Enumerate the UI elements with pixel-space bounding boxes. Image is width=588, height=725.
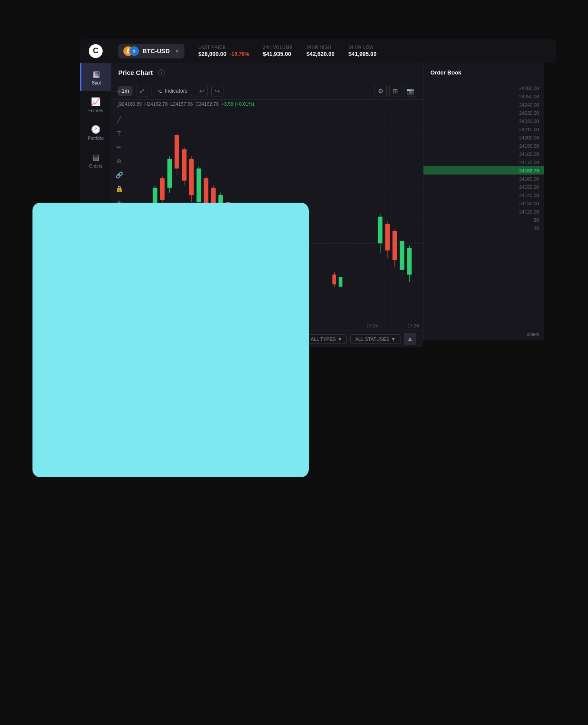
line-tool[interactable]: ╱ xyxy=(113,113,125,126)
high-value: $42,620.00 xyxy=(307,51,335,57)
indicators-button[interactable]: ⌥ Indicators xyxy=(152,86,192,96)
all-types-filter[interactable]: ALL TYPES ▼ xyxy=(306,334,347,344)
crosshair-tool[interactable]: ✛ xyxy=(113,86,125,98)
app-logo[interactable]: C xyxy=(89,44,103,58)
toolbar-right: ⚙ ⊞ 📷 xyxy=(375,85,416,97)
svg-rect-30 xyxy=(182,149,187,181)
all-statuses-label: ALL STATUSES xyxy=(355,337,389,342)
highlight-price-value: 24162.78 xyxy=(519,168,539,173)
text-tool[interactable]: T xyxy=(113,127,125,139)
all-statuses-filter[interactable]: ALL STATUSES ▼ xyxy=(350,334,401,344)
price-row: 24240.00 xyxy=(423,100,544,109)
chevron-down-icon: ▼ xyxy=(175,49,179,54)
spot-icon: ▦ xyxy=(93,69,100,79)
price-row: 24120.00 xyxy=(423,207,544,216)
logo-area: C xyxy=(80,39,111,63)
all-types-label: ALL TYPES xyxy=(310,337,336,342)
last-price-change: -10.76% xyxy=(230,51,249,57)
ohlc-low: L24157.56 xyxy=(170,101,193,107)
futures-icon: 📈 xyxy=(91,97,100,107)
current-price-row: 24162.78 xyxy=(423,166,544,175)
chevron-down-icon: ▼ xyxy=(338,337,342,342)
chart-title: Price Chart xyxy=(118,69,153,76)
link-tool[interactable]: 🔗 xyxy=(113,169,125,181)
pair-selector[interactable]: ₿ $ BTC-USD ▼ xyxy=(118,44,184,58)
low-stat: 24 HR LOW $41,995.00 xyxy=(349,45,377,57)
sidebar-item-spot[interactable]: ▦ Spot xyxy=(80,63,111,91)
lock-tool[interactable]: 🔒 xyxy=(113,183,125,195)
sidebar-label-spot: Spot xyxy=(92,81,101,85)
svg-rect-26 xyxy=(167,159,172,188)
volume-label: 24H VOLUME xyxy=(263,45,292,50)
svg-rect-56 xyxy=(407,248,412,275)
filter-buttons: ALL TYPES ▼ ALL STATUSES ▼ ▲ xyxy=(306,333,416,345)
indicators-label: Indicators xyxy=(165,88,187,94)
price-row: 24230.00 xyxy=(423,109,544,117)
chart-info-icon[interactable]: i xyxy=(158,69,165,76)
svg-rect-32 xyxy=(189,159,194,195)
svg-rect-52 xyxy=(392,231,397,260)
redo-button[interactable]: ↪ xyxy=(211,85,223,97)
price-row: 24210.00 xyxy=(423,125,544,133)
svg-rect-58 xyxy=(333,275,336,284)
order-book-header: Order Book xyxy=(423,63,544,82)
last-price-label: LAST PRICE xyxy=(198,45,249,50)
zoom-tool[interactable]: ⊕ xyxy=(113,155,125,167)
price-row: 24160.00 xyxy=(423,175,544,183)
svg-rect-54 xyxy=(400,241,404,270)
chevron-down-icon: ▼ xyxy=(391,337,396,342)
sidebar-label-portfolio: Portfolio xyxy=(88,136,104,141)
ohlc-bar: O24160.89 H24162.78 L24157.56 C24162.78 … xyxy=(111,100,423,108)
svg-rect-48 xyxy=(378,217,383,243)
price-scale: 24260.00 24250.00 24240.00 24230.00 2422… xyxy=(423,82,544,234)
svg-rect-34 xyxy=(197,168,201,202)
indicators-icon: ⌥ xyxy=(156,88,162,94)
collapse-orders-button[interactable]: ▲ xyxy=(404,333,416,345)
svg-text:17:15: 17:15 xyxy=(366,323,378,328)
ohlc-close: C24162.78 xyxy=(195,101,219,107)
sidebar-item-portfolio[interactable]: 🕐 Portfolio xyxy=(80,119,111,146)
candle-type-button[interactable]: ⤢ xyxy=(136,85,148,97)
svg-rect-50 xyxy=(385,224,390,250)
high-label: 24HR HIGH xyxy=(307,45,335,50)
grid-button[interactable]: ⊞ xyxy=(389,85,401,97)
low-label: 24 HR LOW xyxy=(349,45,377,50)
undo-button[interactable]: ↩ xyxy=(196,85,208,97)
sidebar-item-futures[interactable]: 📈 Futures xyxy=(80,91,111,119)
low-value: $41,995.00 xyxy=(349,51,377,57)
logo-text: C xyxy=(93,46,99,55)
orders-icon: ▤ xyxy=(92,152,100,162)
price-row: 24170.00 xyxy=(423,158,544,166)
order-book-panel: Order Book 24260.00 24250.00 24240.00 24… xyxy=(423,63,544,340)
chart-header: Price Chart i xyxy=(111,63,423,82)
volume-value: $41,935.00 xyxy=(263,51,292,57)
price-row: 24220.00 xyxy=(423,117,544,125)
camera-button[interactable]: 📷 xyxy=(404,85,416,97)
sidebar-label-orders: Orders xyxy=(89,164,103,168)
sidebar-label-futures: Futures xyxy=(88,108,103,113)
orders-label: orders xyxy=(527,332,539,337)
sidebar-item-orders[interactable]: ▤ Orders xyxy=(80,146,111,174)
settings-button[interactable]: ⚙ xyxy=(375,85,387,97)
chart-toolbar: 1m ⤢ ⌥ Indicators ↩ ↪ ⚙ ⊞ 📷 xyxy=(111,82,423,100)
price-row: 80 xyxy=(423,216,544,224)
last-price-value: $28,000.00 -10.76% xyxy=(198,51,249,57)
volume-stat: 24H VOLUME $41,935.00 xyxy=(263,45,292,57)
pencil-tool[interactable]: ✏ xyxy=(113,141,125,153)
order-book-title: Order Book xyxy=(430,69,462,76)
svg-rect-28 xyxy=(174,135,179,168)
ohlc-change: +3.59 (+0.01%) xyxy=(221,101,254,107)
price-row: 24140.00 xyxy=(423,191,544,199)
price-row: 24260.00 xyxy=(423,84,544,92)
price-row: 24130.00 xyxy=(423,199,544,207)
chevron-up-icon: ▲ xyxy=(407,335,414,343)
trading-pair-name: BTC-USD xyxy=(142,48,170,55)
svg-rect-24 xyxy=(160,178,165,200)
price-row: 24200.00 xyxy=(423,133,544,142)
portfolio-icon: 🕐 xyxy=(91,125,100,134)
price-row: 24180.00 xyxy=(423,150,544,158)
price-row: 24250.00 xyxy=(423,92,544,100)
last-price-stat: LAST PRICE $28,000.00 -10.76% xyxy=(198,45,249,57)
arrow-tool[interactable]: ⤢ xyxy=(113,100,125,112)
cyan-overlay-panel xyxy=(32,203,309,477)
